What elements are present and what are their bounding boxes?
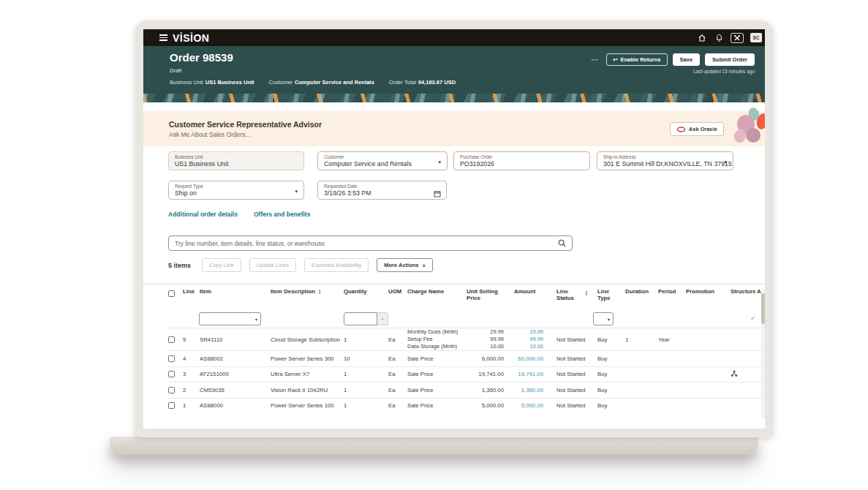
col-period: Period (658, 288, 686, 295)
home-icon[interactable] (697, 33, 707, 43)
ship-to-address-select[interactable]: Ship-to Address301 E Summit Hill Dr,KNOX… (597, 151, 733, 170)
sort-icon: ▴▾ (586, 290, 587, 295)
col-charge-name: Charge Name (407, 288, 458, 295)
purchase-order-field[interactable]: Purchase OrderPO3192026 (453, 151, 590, 170)
col-line: Line (183, 288, 200, 295)
col-duration: Duration (625, 288, 658, 295)
table-filter-row: ▾ ▾ ▾ ✓ (168, 309, 765, 328)
save-button[interactable]: Save (673, 53, 701, 66)
flower-illustration (733, 108, 765, 150)
user-avatar[interactable]: SC (750, 33, 762, 42)
col-quantity: Quantity (344, 288, 388, 295)
order-summary-info: Business UnitUS1 Business Unit CustomerC… (170, 79, 456, 86)
structure-icon[interactable] (720, 370, 757, 379)
col-structure: Structure (720, 288, 757, 295)
oracle-logo-icon (676, 127, 686, 132)
col-line-type: Line Type (593, 288, 618, 301)
ask-oracle-button[interactable]: Ask Oracle (670, 122, 724, 136)
notifications-bell-icon[interactable] (714, 33, 724, 43)
table-row[interactable]: 3 AT2151000 Ultra Server X7 1 Ea Sale Pr… (168, 366, 765, 382)
col-unit-selling-price: Unit Selling Price (458, 288, 500, 301)
tools-icon[interactable] (731, 33, 744, 43)
vision-logo: VİSİON (173, 32, 209, 44)
col-item: Item (200, 288, 271, 295)
order-total-summary: Order Total94,163.67 USD (389, 79, 456, 86)
apply-check-icon[interactable]: ✓ (720, 315, 757, 322)
row-checkbox[interactable] (168, 371, 175, 377)
copy-line-button[interactable]: Copy Line (202, 258, 241, 272)
offers-and-benefits-link[interactable]: Offers and benefits (254, 211, 310, 218)
col-promotion: Promotion (686, 288, 720, 295)
order-links: Additional order details Offers and bene… (168, 211, 310, 218)
customer-select[interactable]: CustomerComputer Service and Rentals ▾ (317, 151, 448, 170)
chevron-down-icon: ▾ (295, 189, 298, 195)
col-item-description[interactable]: Item Description▴▾ (271, 288, 344, 295)
advisor-subtitle: Ask Me About Sales Orders... (169, 131, 251, 138)
order-header: Order 98539 Draft Business UnitUS1 Busin… (143, 46, 765, 94)
laptop-base (110, 437, 758, 455)
quantity-stepper[interactable]: ▾ (377, 312, 388, 325)
table-row[interactable]: 5 SR41110 Cloud Storage Subscription 1 E… (168, 328, 765, 350)
amount-link[interactable]: 5,000.00 (507, 402, 546, 409)
table-row[interactable]: 2 CM53035 Vision Rack II 1042RU 1 Ea Sal… (168, 382, 765, 398)
advisor-banner: Customer Service Representative Advisor … (143, 111, 765, 146)
enable-returns-button[interactable]: ↩ Enable Returns (606, 53, 667, 66)
chevron-down-icon: ▾ (438, 159, 441, 165)
col-uom: UOM (388, 288, 407, 295)
business-unit-summary: Business UnitUS1 Business Unit (170, 79, 254, 86)
decorative-pattern-strip (143, 94, 765, 102)
amount-link[interactable]: 1,350.00 (507, 387, 546, 393)
item-filter-select[interactable]: ▾ (199, 312, 261, 325)
submit-order-button[interactable]: Submit Order (705, 53, 755, 66)
additional-order-details-link[interactable]: Additional order details (168, 211, 238, 218)
update-lines-button[interactable]: Update Lines (249, 258, 296, 272)
line-type-filter-select[interactable]: ▾ (593, 312, 614, 325)
table-header-row: Line Item Item Description▴▾ Quantity UO… (168, 284, 765, 309)
customer-summary: CustomerComputer Service and Rentals (269, 79, 374, 86)
status-badge: Draft (170, 67, 181, 74)
row-checkbox[interactable] (168, 387, 175, 393)
hamburger-menu-icon[interactable] (159, 34, 167, 41)
table-row[interactable]: 1 AS88000 Power Server Series 100 1 Ea S… (168, 398, 765, 414)
calendar-icon[interactable] (434, 187, 441, 200)
business-unit-field: Business UnitUS1 Business Unit (168, 151, 304, 170)
chevron-down-icon: ∨ (423, 263, 426, 268)
advisor-title: Customer Service Representative Advisor (169, 120, 322, 129)
expected-availability-button[interactable]: Expected Availability (304, 258, 369, 272)
row-checkbox[interactable] (168, 402, 175, 409)
row-checkbox[interactable] (168, 355, 175, 362)
row-checkbox[interactable] (168, 336, 175, 343)
app-screen: VİSİON SC Order 98539 Draft Business Uni… (143, 29, 765, 429)
amount-link[interactable]: 29.9999.9910.00 (507, 328, 546, 350)
quantity-filter-input[interactable] (344, 312, 377, 325)
page-title: Order 98539 (170, 51, 233, 64)
chevron-down-icon: ▾ (724, 159, 727, 165)
sort-icon: ▴▾ (319, 289, 320, 294)
table-row[interactable]: 4 AS88002 Power Server Series 300 10 Ea … (168, 350, 765, 366)
order-lines-table: Line Item Item Description▴▾ Quantity UO… (143, 284, 765, 413)
col-amount: Amount (507, 288, 546, 295)
table-scrollbar[interactable] (761, 289, 765, 418)
select-all-checkbox[interactable] (168, 290, 175, 297)
more-actions-button[interactable]: More Actions ∨ (377, 258, 433, 272)
col-line-status[interactable]: Line Status▴▾ (546, 288, 581, 301)
search-input[interactable] (175, 240, 558, 247)
amount-link[interactable]: 60,000.00 (507, 355, 546, 362)
items-toolbar: 5 items Copy Line Update Lines Expected … (168, 258, 433, 272)
last-updated-text: Last updated 15 minutes ago (693, 69, 755, 74)
more-options-icon[interactable]: ⋯ (591, 56, 599, 64)
return-arrow-icon: ↩ (613, 56, 617, 63)
line-search-bar[interactable] (168, 235, 573, 251)
topbar: VİSİON SC (143, 29, 765, 46)
amount-link[interactable]: 19,741.00 (507, 371, 546, 377)
request-type-select[interactable]: Request TypeShip on ▾ (168, 181, 304, 200)
items-count: 5 items (168, 262, 191, 269)
requested-date-field[interactable]: Requested Date3/19/26 3:53 PM (317, 181, 447, 200)
search-icon[interactable] (558, 237, 566, 250)
